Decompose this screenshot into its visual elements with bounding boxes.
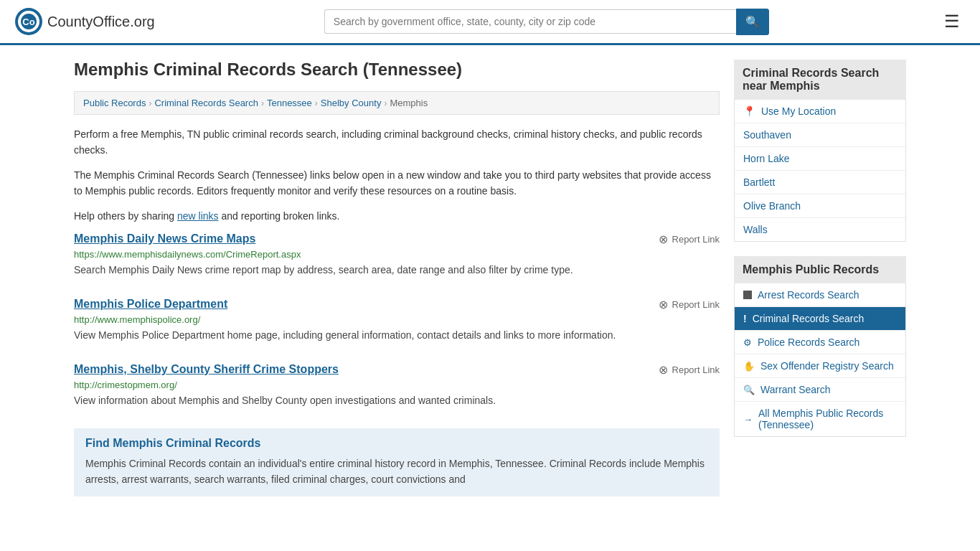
nearby-link-horn-lake[interactable]: Horn Lake: [735, 147, 905, 170]
header: Co CountyOffice.org 🔍 ☰: [0, 0, 980, 45]
result-url-3: http://crimestopmem.org/: [74, 380, 720, 390]
nearby-southaven: Southaven: [735, 123, 905, 147]
nearby-link-olive-branch[interactable]: Olive Branch: [735, 194, 905, 217]
search-area: 🔍: [324, 9, 769, 35]
nearby-section: Criminal Records Search near Memphis 📍 U…: [734, 60, 906, 242]
breadcrumb-sep-4: ›: [384, 98, 387, 108]
content-area: Memphis Criminal Records Search (Tenness…: [74, 60, 720, 496]
gear-icon: ⚙: [743, 337, 752, 348]
result-url-1: https://www.memphisdailynews.com/CrimeRe…: [74, 249, 720, 260]
search-icon: 🔍: [745, 16, 760, 28]
svg-text:Co: Co: [22, 17, 34, 27]
result-item-1: Memphis Daily News Crime Maps ⊗ Report L…: [74, 232, 720, 281]
use-my-location-item: 📍 Use My Location: [735, 100, 905, 123]
breadcrumb-sep-2: ›: [261, 98, 264, 108]
result-desc-3: View information about Memphis and Shelb…: [74, 393, 720, 408]
breadcrumb-criminal-records[interactable]: Criminal Records Search: [154, 98, 258, 108]
intro-p3: Help others by sharing new links and rep…: [74, 208, 720, 224]
breadcrumb-shelby-county[interactable]: Shelby County: [321, 98, 382, 108]
find-section-title: Find Memphis Criminal Records: [85, 437, 708, 450]
new-links-link[interactable]: new links: [177, 210, 219, 222]
nearby-walls: Walls: [735, 218, 905, 241]
warrant-search-link[interactable]: 🔍 Warrant Search: [735, 378, 905, 401]
nearby-horn-lake: Horn Lake: [735, 147, 905, 171]
main-container: Memphis Criminal Records Search (Tenness…: [60, 45, 920, 511]
location-icon: 📍: [743, 105, 755, 117]
all-records-link[interactable]: → All Memphis Public Records (Tennessee): [735, 402, 905, 436]
report-icon-3: ⊗: [659, 363, 668, 377]
result-item-2: Memphis Police Department ⊗ Report Link …: [74, 298, 720, 346]
breadcrumb-tennessee[interactable]: Tennessee: [267, 98, 312, 108]
result-title-2[interactable]: Memphis Police Department: [74, 298, 227, 311]
police-records-link[interactable]: ⚙ Police Records Search: [735, 331, 905, 354]
nearby-link-bartlett[interactable]: Bartlett: [735, 171, 905, 194]
all-records-item: → All Memphis Public Records (Tennessee): [735, 402, 905, 436]
criminal-records-item-active: ! Criminal Records Search: [735, 307, 905, 331]
public-records-list: Arrest Records Search ! Criminal Records…: [734, 283, 906, 437]
breadcrumb-memphis: Memphis: [390, 98, 428, 108]
square-icon: [743, 291, 752, 299]
use-my-location-link[interactable]: 📍 Use My Location: [735, 100, 905, 123]
police-records-item: ⚙ Police Records Search: [735, 331, 905, 354]
search-input[interactable]: [324, 9, 736, 34]
intro-p2: The Memphis Criminal Records Search (Ten…: [74, 167, 720, 199]
hand-icon: ✋: [743, 361, 755, 372]
report-icon-2: ⊗: [659, 298, 668, 311]
result-header-1: Memphis Daily News Crime Maps ⊗ Report L…: [74, 232, 720, 246]
logo-area: Co CountyOffice.org: [14, 7, 155, 36]
breadcrumb-public-records[interactable]: Public Records: [83, 98, 146, 108]
arrest-records-item: Arrest Records Search: [735, 283, 905, 307]
hamburger-icon: ☰: [944, 11, 960, 31]
public-records-heading: Memphis Public Records: [734, 256, 906, 283]
breadcrumb: Public Records › Criminal Records Search…: [74, 91, 720, 115]
breadcrumb-sep-3: ›: [315, 98, 318, 108]
result-header-3: Memphis, Shelby County Sheriff Crime Sto…: [74, 363, 720, 377]
report-link-1[interactable]: ⊗ Report Link: [659, 232, 720, 246]
report-link-2[interactable]: ⊗ Report Link: [659, 298, 720, 311]
breadcrumb-sep-1: ›: [149, 98, 151, 108]
search-button[interactable]: 🔍: [736, 9, 769, 35]
arrest-records-link[interactable]: Arrest Records Search: [735, 283, 905, 306]
result-item-3: Memphis, Shelby County Sheriff Crime Sto…: [74, 363, 720, 411]
sex-offender-item: ✋ Sex Offender Registry Search: [735, 354, 905, 378]
arrow-icon: →: [743, 414, 753, 425]
menu-button[interactable]: ☰: [938, 9, 966, 34]
result-desc-2: View Memphis Police Department home page…: [74, 328, 720, 343]
page-title: Memphis Criminal Records Search (Tenness…: [74, 60, 720, 80]
report-icon-1: ⊗: [659, 232, 668, 246]
result-url-2: http://www.memphispolice.org/: [74, 314, 720, 325]
report-link-3[interactable]: ⊗ Report Link: [659, 363, 720, 377]
magnify-icon: 🔍: [743, 385, 755, 395]
find-section: Find Memphis Criminal Records Memphis Cr…: [74, 428, 720, 496]
warrant-search-item: 🔍 Warrant Search: [735, 378, 905, 402]
nearby-list: 📍 Use My Location Southaven Horn Lake Ba…: [734, 100, 906, 242]
result-desc-1: Search Memphis Daily News crime report m…: [74, 263, 720, 278]
sex-offender-link[interactable]: ✋ Sex Offender Registry Search: [735, 354, 905, 377]
nearby-link-southaven[interactable]: Southaven: [735, 123, 905, 146]
result-title-1[interactable]: Memphis Daily News Crime Maps: [74, 232, 255, 245]
public-records-section: Memphis Public Records Arrest Records Se…: [734, 256, 906, 437]
logo-text: CountyOffice.org: [47, 14, 155, 30]
result-title-3[interactable]: Memphis, Shelby County Sheriff Crime Sto…: [74, 363, 339, 376]
find-section-desc: Memphis Criminal Records contain an indi…: [85, 456, 708, 488]
criminal-records-link[interactable]: ! Criminal Records Search: [735, 307, 905, 330]
exclamation-icon: !: [743, 313, 747, 324]
nearby-link-walls[interactable]: Walls: [735, 218, 905, 241]
sidebar: Criminal Records Search near Memphis 📍 U…: [734, 60, 906, 496]
nearby-bartlett: Bartlett: [735, 171, 905, 194]
intro-p1: Perform a free Memphis, TN public crimin…: [74, 126, 720, 159]
nearby-olive-branch: Olive Branch: [735, 194, 905, 218]
nearby-heading: Criminal Records Search near Memphis: [734, 60, 906, 100]
result-header-2: Memphis Police Department ⊗ Report Link: [74, 298, 720, 311]
logo-icon: Co: [14, 7, 43, 36]
